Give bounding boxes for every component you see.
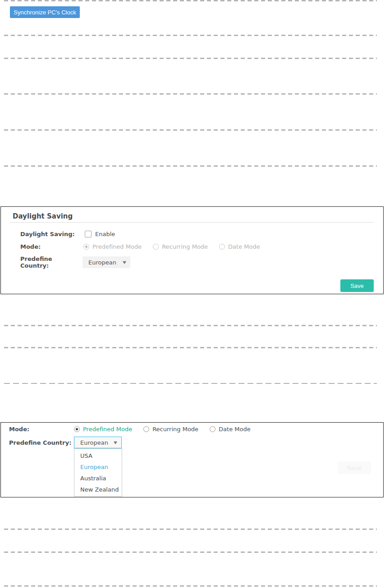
mode-label: Mode: [20,243,83,250]
country-dropdown-list: USA European Australia New Zealand [74,448,122,497]
option-new-zealand[interactable]: New Zealand [74,484,122,495]
radio-icon [210,426,215,432]
radio-icon [143,426,149,432]
radio-recurring-mode: Recurring Mode [153,243,208,250]
panel-title: Daylight Saving [13,212,73,220]
radio-label: Predefined Mode [92,243,142,250]
dashed-line [4,529,377,530]
dashed-line [4,347,377,348]
radio-recurring-mode[interactable]: Recurring Mode [143,426,198,433]
radio-icon [219,244,225,250]
save-button-disabled: Save [338,461,371,474]
radio-icon [83,244,89,250]
dashed-line [4,552,377,553]
predefine-country-row: Predefine Country: European ▼ [9,437,122,448]
chevron-down-icon: ▼ [114,441,117,445]
mode-dropdown-panel: Mode: Predefined Mode Recurring Mode Dat… [0,422,384,497]
dashed-line [4,129,377,131]
enable-checkbox-label: Enable [95,231,115,237]
select-value: European [80,439,108,446]
document-page: Synchronize PC's Clock Daylight Saving D… [0,0,385,588]
radio-date-mode: Date Mode [219,243,260,250]
radio-icon [153,244,159,250]
dashed-line [4,165,377,167]
chevron-down-icon: ▼ [123,260,126,264]
predefine-country-label: Predefine Country: [9,439,74,446]
radio-icon [74,426,80,432]
dashed-line [4,35,377,36]
radio-date-mode[interactable]: Date Mode [210,426,251,433]
dashed-line [4,58,377,59]
daylight-saving-label: Daylight Saving: [20,231,83,237]
save-button[interactable]: Save [340,279,374,292]
radio-predefined-mode: Predefined Mode [83,243,142,250]
dashed-line [4,0,377,1]
radio-predefined-mode[interactable]: Predefined Mode [74,426,132,433]
predefine-country-label: Predefine Country: [20,255,82,269]
radio-label: Date Mode [228,243,260,250]
select-value: European [88,259,116,266]
mode-radio-group: Predefined Mode Recurring Mode Date Mode [74,426,251,433]
daylight-saving-row: Daylight Saving: Enable [20,231,115,237]
radio-label: Predefined Mode [83,426,132,433]
radio-label: Recurring Mode [152,426,198,433]
enable-checkbox[interactable] [85,231,92,237]
dashed-line [4,383,377,384]
dashed-line [4,585,377,587]
predefine-country-row: Predefine Country: European ▼ [20,255,130,269]
option-australia[interactable]: Australia [74,473,122,484]
mode-label: Mode: [9,426,74,433]
mode-row: Mode: Predefined Mode Recurring Mode Dat… [9,426,251,433]
synchronize-pc-clock-button[interactable]: Synchronize PC's Clock [10,6,80,18]
option-usa[interactable]: USA [74,450,122,461]
dashed-line [4,93,377,95]
mode-row: Mode: Predefined Mode Recurring Mode Dat… [20,243,260,250]
predefine-country-select[interactable]: European ▼ [82,256,130,268]
radio-label: Recurring Mode [162,243,208,250]
title-divider [10,222,374,223]
dashed-line [4,325,377,326]
daylight-saving-panel: Daylight Saving Daylight Saving: Enable … [0,206,384,294]
radio-label: Date Mode [219,426,251,433]
option-european[interactable]: European [74,461,122,473]
predefine-country-select[interactable]: European ▼ [74,437,122,448]
mode-radio-group: Predefined Mode Recurring Mode Date Mode [83,243,260,250]
